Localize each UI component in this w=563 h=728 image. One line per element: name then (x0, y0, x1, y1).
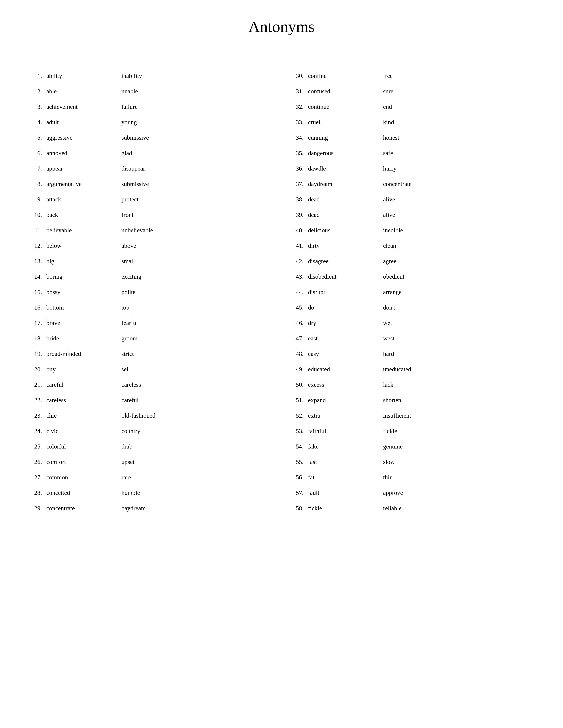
list-item: 37.daydreamconcentrate (288, 179, 537, 189)
list-item: 17.bravefearful (26, 318, 275, 328)
item-number: 11. (26, 226, 46, 235)
item-antonym: end (383, 102, 392, 111)
list-item: 10.backfront (26, 210, 275, 220)
item-number: 23. (26, 411, 46, 420)
list-item: 30.confinefree (288, 71, 537, 81)
item-antonym: thin (383, 473, 393, 482)
list-item: 13.bigsmall (26, 257, 275, 266)
item-antonym: concentrate (383, 179, 412, 189)
item-number: 52. (288, 411, 308, 420)
item-antonym: genuine (383, 442, 403, 451)
list-item: 7.appeardisappear (26, 164, 275, 173)
item-number: 55. (288, 457, 308, 467)
list-item: 51.expandshorten (288, 396, 537, 405)
list-item: 26.comfortupset (26, 457, 275, 467)
item-antonym: polite (121, 287, 135, 297)
item-number: 39. (288, 210, 308, 220)
item-number: 7. (26, 164, 46, 173)
item-word: bottom (46, 303, 121, 312)
list-item: 40.deliciousinedible (288, 226, 537, 235)
list-item: 28.conceitedhumble (26, 488, 275, 497)
list-item: 25.colorfuldrab (26, 442, 275, 451)
item-number: 54. (288, 442, 308, 451)
list-item: 33.cruelkind (288, 118, 537, 127)
item-number: 15. (26, 287, 46, 297)
item-antonym: disappear (121, 164, 145, 173)
list-item: 20.buysell (26, 365, 275, 374)
list-item: 31.confusedsure (288, 87, 537, 96)
item-number: 36. (288, 164, 308, 173)
item-antonym: careless (121, 380, 141, 389)
list-item: 2.ableunable (26, 87, 275, 96)
item-number: 48. (288, 349, 308, 358)
list-item: 44.disruptarrange (288, 287, 537, 297)
item-antonym: protect (121, 195, 139, 204)
item-antonym: inedible (383, 226, 403, 235)
list-item: 34.cunninghonest (288, 133, 537, 142)
item-antonym: strict (121, 349, 134, 358)
item-number: 17. (26, 318, 46, 328)
list-item: 38.deadalive (288, 195, 537, 204)
page-title: Antonyms (26, 18, 537, 36)
item-number: 49. (288, 365, 308, 374)
item-number: 41. (288, 241, 308, 250)
item-antonym: country (121, 426, 140, 436)
item-number: 9. (26, 195, 46, 204)
list-item: 4.adultyoung (26, 118, 275, 127)
item-antonym: drab (121, 442, 132, 451)
right-column: 30.confinefree31.confusedsure32.continue… (288, 71, 537, 519)
item-word: fickle (308, 504, 383, 513)
item-word: adult (46, 118, 121, 127)
item-antonym: wet (383, 318, 392, 328)
item-word: cunning (308, 133, 383, 142)
item-number: 3. (26, 102, 46, 111)
item-antonym: daydream (121, 504, 146, 513)
item-number: 12. (26, 241, 46, 250)
item-number: 35. (288, 148, 308, 158)
item-word: dirty (308, 241, 383, 250)
item-antonym: failure (121, 102, 137, 111)
item-word: daydream (308, 179, 383, 189)
item-word: aggressive (46, 133, 121, 142)
item-antonym: exciting (121, 272, 141, 281)
item-word: east (308, 334, 383, 343)
item-antonym: old-fashioned (121, 411, 155, 420)
list-item: 32.continueend (288, 102, 537, 111)
item-word: ability (46, 71, 121, 81)
item-word: dangerous (308, 148, 383, 158)
item-number: 50. (288, 380, 308, 389)
item-word: dawdle (308, 164, 383, 173)
item-word: continue (308, 102, 383, 111)
item-number: 5. (26, 133, 46, 142)
item-number: 2. (26, 87, 46, 96)
item-number: 19. (26, 349, 46, 358)
item-antonym: unbelievable (121, 226, 153, 235)
item-antonym: hurry (383, 164, 397, 173)
item-word: argumentative (46, 179, 121, 189)
item-antonym: agree (383, 257, 397, 266)
item-word: dead (308, 195, 383, 204)
item-antonym: west (383, 334, 394, 343)
list-item: 29.concentratedaydream (26, 504, 275, 513)
left-column: 1.abilityinability2.ableunable3.achievem… (26, 71, 275, 519)
item-word: fault (308, 488, 383, 497)
item-antonym: rare (121, 473, 131, 482)
item-word: brave (46, 318, 121, 328)
item-word: big (46, 257, 121, 266)
item-word: extra (308, 411, 383, 420)
item-word: common (46, 473, 121, 482)
list-item: 6.annoyedglad (26, 148, 275, 158)
list-item: 15.bossypolite (26, 287, 275, 297)
item-number: 47. (288, 334, 308, 343)
item-number: 1. (26, 71, 46, 81)
item-antonym: reliable (383, 504, 402, 513)
item-word: buy (46, 365, 121, 374)
item-number: 37. (288, 179, 308, 189)
item-word: faithful (308, 426, 383, 436)
list-item: 18.bridegroom (26, 334, 275, 343)
list-item: 36.dawdlehurry (288, 164, 537, 173)
item-word: easy (308, 349, 383, 358)
item-word: fast (308, 457, 383, 467)
item-antonym: inability (121, 71, 142, 81)
item-number: 46. (288, 318, 308, 328)
